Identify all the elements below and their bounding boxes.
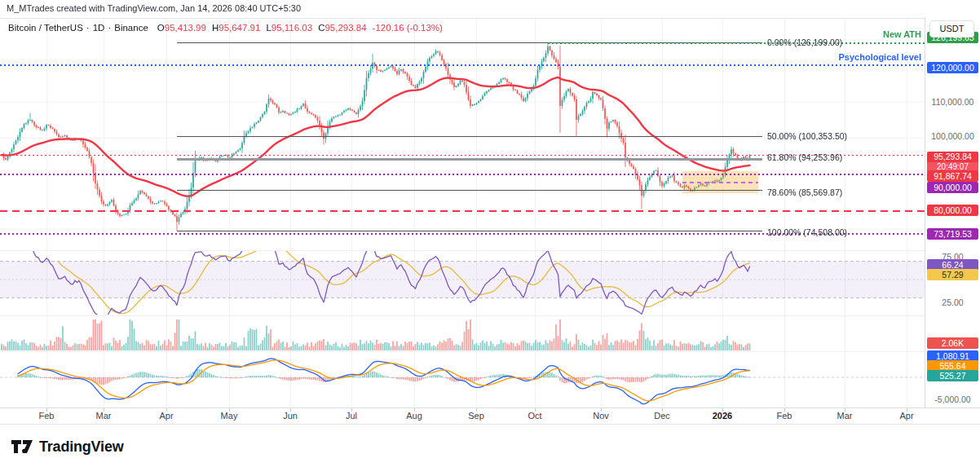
- time-axis-label-dec: Dec: [644, 411, 680, 421]
- time-axis-label-oct: Oct: [517, 411, 553, 421]
- time-axis-label-2026: 2026: [704, 411, 740, 421]
- ohlc-high: H95,647.91: [212, 23, 260, 33]
- ohlc-low: L95,116.03: [266, 23, 312, 33]
- time-axis-label-feb: Feb: [766, 411, 802, 421]
- legend-separator: ·: [86, 23, 90, 33]
- price-scale-axis[interactable]: 126,199.63120,000.00110,000.00100,000.00…: [925, 18, 980, 408]
- time-axis-label-aug: Aug: [396, 411, 432, 421]
- fib-line-50[interactable]: [177, 136, 762, 137]
- fib-label-4: 100.00% (74,508.00): [767, 227, 847, 237]
- price-label: 120,000.00: [927, 62, 978, 73]
- fib-label-3: 78.60% (85,569.87): [767, 187, 842, 197]
- time-axis-label-sep: Sep: [458, 411, 494, 421]
- price-label: 95,293.8420:49:07: [927, 152, 978, 162]
- change-label: -120.16 (-0.13%): [373, 23, 443, 33]
- time-axis-label-apr: Apr: [889, 411, 925, 421]
- fib-label-1: 50.00% (100,353.50): [767, 131, 847, 141]
- time-axis-label-jul: Jul: [333, 411, 369, 421]
- footer: TradingView: [0, 425, 980, 467]
- currency-toggle-button[interactable]: USDT: [929, 20, 974, 37]
- tradingview-logo[interactable]: TradingView: [11, 438, 124, 456]
- pane-separator-2[interactable]: [0, 351, 980, 352]
- price-axis-tick: 100,000.00: [927, 130, 978, 142]
- fib-label-0: 0.00% (126,199.00): [767, 37, 842, 47]
- price-axis-tick: 25.00: [927, 297, 978, 308]
- pane-separator-1[interactable]: [0, 315, 980, 316]
- symbol-legend[interactable]: Bitcoin / TetherUS·1D·BinanceO95,413.99H…: [8, 23, 443, 33]
- ohlc-open: O95,413.99: [157, 23, 206, 33]
- legend-separator: ·: [108, 23, 111, 33]
- time-axis[interactable]: FebMarAprMayJunJulAugSepOctNovDec2026Feb…: [0, 408, 980, 424]
- time-axis-label-mar: Mar: [827, 411, 863, 421]
- fib-line-78.6[interactable]: [177, 190, 762, 191]
- new-ath-annotation[interactable]: New ATH: [883, 29, 921, 39]
- price-axis-tick: 110,000.00: [927, 96, 978, 108]
- chart-top-border: [0, 18, 980, 19]
- brand-name: TradingView: [39, 438, 124, 456]
- price-label: 91,867.74: [927, 170, 978, 182]
- new-ath-line[interactable]: [548, 42, 925, 44]
- resistance-gray-line[interactable]: [177, 158, 762, 161]
- tradingview-chart-app: M_MTrades created with TradingView.com, …: [0, 0, 980, 467]
- fib-line-100[interactable]: [177, 231, 762, 231]
- exchange-label[interactable]: Binance: [114, 23, 148, 33]
- chart-canvas[interactable]: [0, 0, 980, 424]
- level-80000[interactable]: [0, 210, 925, 212]
- symbol-name[interactable]: Bitcoin / TetherUS: [8, 23, 83, 33]
- time-axis-label-mar: Mar: [86, 411, 121, 421]
- tradingview-logo-icon: [11, 438, 33, 456]
- demand-zone-midline: [682, 182, 758, 183]
- time-axis-label-nov: Nov: [583, 411, 619, 421]
- time-axis-label-feb: Feb: [29, 411, 64, 421]
- time-axis-label-jun: Jun: [272, 411, 308, 421]
- time-axis-label-may: May: [211, 411, 247, 421]
- price-axis-tick: -5,000.00: [927, 394, 978, 405]
- ohlc-close: C95,293.84: [318, 23, 366, 33]
- time-axis-label-apr: Apr: [148, 411, 184, 421]
- price-label: 525.27: [927, 370, 978, 381]
- price-label: 57.29: [927, 269, 978, 280]
- watermark-text: M_MTrades created with TradingView.com, …: [7, 3, 301, 13]
- price-label: 80,000.00: [927, 205, 978, 216]
- chart-bottom-border: [0, 424, 980, 425]
- level-90000[interactable]: [0, 174, 925, 175]
- interval-label[interactable]: 1D: [93, 23, 105, 33]
- price-label: 2.06K: [927, 337, 978, 349]
- psychological-level-line[interactable]: [0, 64, 925, 66]
- price-label: 73,719.53: [927, 228, 978, 240]
- pane-separator-0[interactable]: [0, 250, 980, 251]
- fib-label-2: 61.80% (94,253.96): [767, 152, 842, 162]
- price-label: 90,000.00: [927, 182, 978, 193]
- psychological-level-annotation[interactable]: Psychological level: [839, 52, 922, 62]
